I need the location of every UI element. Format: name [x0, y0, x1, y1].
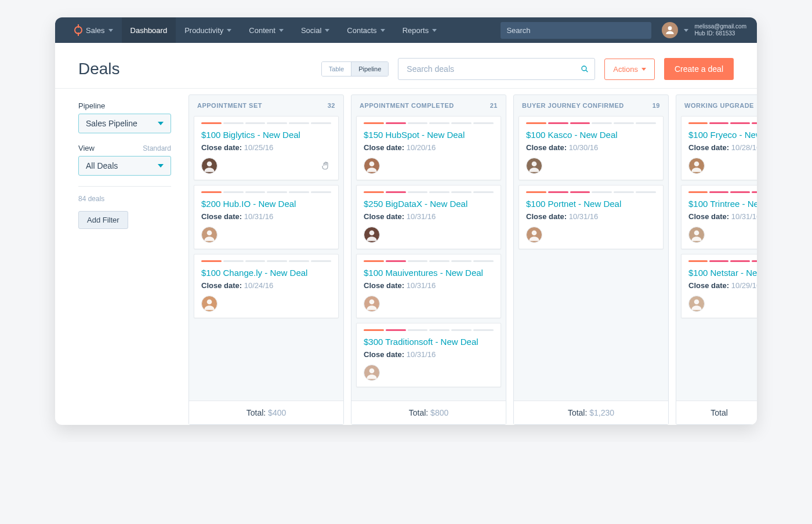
nav-social[interactable]: Social — [292, 17, 338, 43]
stage-progress — [201, 260, 331, 262]
svg-point-8 — [369, 299, 375, 304]
hubspot-sprocket-icon — [74, 26, 82, 34]
svg-point-9 — [369, 368, 375, 373]
deal-close-date: Close date: 10/31/16 — [201, 212, 331, 221]
svg-point-5 — [207, 299, 212, 304]
stage-bar — [289, 122, 309, 124]
pipeline-select[interactable]: Sales Pipeline — [78, 114, 171, 133]
stage-bar — [451, 329, 472, 331]
column-title: APPOINTMENT SET — [197, 102, 262, 109]
add-filter-button[interactable]: Add Filter — [78, 211, 128, 229]
view-select[interactable]: All Deals — [78, 156, 171, 176]
column-header: WORKING UPGRADE — [676, 95, 757, 116]
deal-card[interactable]: $100 Change.ly - New DealClose date: 10/… — [194, 254, 339, 318]
stage-bar — [311, 122, 331, 124]
deal-card[interactable]: $100 Portnet - New DealClose date: 10/31… — [519, 185, 664, 249]
card-footer — [364, 158, 494, 174]
nav-label: Dashboard — [130, 26, 168, 35]
card-footer — [201, 296, 331, 312]
deal-close-date: Close date: 10/31/16 — [526, 212, 656, 221]
owner-avatar — [364, 365, 380, 381]
deal-card[interactable]: $100 Fryeco - New DealClose date: 10/28/… — [681, 116, 757, 180]
column-count: 21 — [490, 102, 498, 109]
column-title: WORKING UPGRADE — [684, 102, 754, 109]
stage-bar — [311, 260, 331, 262]
stage-bar — [245, 260, 266, 262]
svg-point-1 — [582, 66, 586, 71]
nav-dashboard[interactable]: Dashboard — [122, 17, 176, 43]
deal-title: $100 Trintree - New Deal — [688, 199, 757, 209]
global-search-input[interactable] — [501, 22, 651, 39]
stage-bar — [688, 191, 708, 193]
stage-bar — [548, 191, 568, 193]
page-header: Deals Table Pipeline Actions Create a de… — [55, 43, 757, 89]
account-email: melissa@gmail.com — [694, 23, 746, 30]
stage-bar — [526, 191, 546, 193]
filters-sidebar: Pipeline Sales Pipeline View Standard Al… — [55, 89, 188, 425]
stage-progress — [364, 329, 494, 331]
stage-progress — [364, 191, 494, 193]
card-footer — [364, 365, 494, 381]
view-pipeline-button[interactable]: Pipeline — [351, 62, 388, 76]
chevron-down-icon — [380, 29, 385, 32]
owner-avatar — [688, 296, 705, 312]
stage-bar — [473, 260, 494, 262]
nav-label: Social — [301, 26, 321, 35]
stage-bar — [592, 122, 612, 124]
stage-bar — [289, 260, 309, 262]
owner-avatar — [364, 158, 380, 174]
nav-contacts[interactable]: Contacts — [338, 17, 393, 43]
create-deal-button[interactable]: Create a deal — [664, 58, 734, 80]
stage-bar — [386, 191, 406, 193]
brand-label: Sales — [86, 26, 105, 35]
owner-avatar — [364, 296, 380, 312]
deal-card[interactable]: $200 Hub.IO - New DealClose date: 10/31/… — [194, 185, 339, 249]
svg-point-14 — [694, 299, 699, 304]
nav-brand[interactable]: Sales — [66, 17, 122, 43]
stage-bar — [386, 329, 406, 331]
deal-title: $100 Kasco - New Deal — [526, 130, 656, 140]
svg-point-3 — [207, 161, 212, 166]
chevron-down-icon — [325, 29, 329, 32]
deal-card[interactable]: $250 BigDataX - New DealClose date: 10/3… — [356, 185, 501, 249]
column-cards: $150 HubSpot - New DealClose date: 10/20… — [351, 116, 506, 401]
column-total: Total: $1,230 — [514, 401, 668, 424]
deal-card[interactable]: $100 Biglytics - New DealClose date: 10/… — [194, 116, 339, 180]
stage-bar — [614, 191, 634, 193]
deal-card[interactable]: $100 Trintree - New DealClose date: 10/3… — [681, 185, 757, 249]
deal-close-date: Close date: 10/30/16 — [526, 143, 656, 152]
svg-point-12 — [694, 161, 699, 166]
stage-bar — [730, 260, 749, 262]
view-table-button[interactable]: Table — [322, 62, 351, 76]
stage-bar — [752, 260, 757, 262]
deal-card[interactable]: $150 HubSpot - New DealClose date: 10/20… — [356, 116, 501, 180]
stage-bar — [289, 191, 309, 193]
grab-cursor-icon — [321, 161, 331, 171]
nav-productivity[interactable]: Productivity — [176, 17, 240, 43]
column-count: 32 — [328, 102, 335, 109]
svg-point-4 — [207, 230, 212, 235]
deal-close-date: Close date: 10/31/16 — [364, 212, 494, 221]
nav-reports[interactable]: Reports — [394, 17, 446, 43]
chevron-down-icon — [158, 122, 164, 125]
column-cards: $100 Fryeco - New DealClose date: 10/28/… — [676, 116, 757, 401]
deal-card[interactable]: $100 Mauiventures - New DealClose date: … — [356, 254, 501, 318]
stage-bar — [451, 260, 472, 262]
deal-card[interactable]: $100 Netstar - New DealClose date: 10/29… — [681, 254, 757, 318]
stage-bar — [408, 260, 428, 262]
stage-bar — [526, 122, 546, 124]
deals-search — [398, 58, 595, 80]
nav-label: Contacts — [347, 26, 376, 35]
deal-card[interactable]: $100 Kasco - New DealClose date: 10/30/1… — [519, 116, 664, 180]
actions-label: Actions — [613, 65, 638, 74]
deal-title: $100 Portnet - New Deal — [526, 199, 656, 209]
actions-button[interactable]: Actions — [604, 59, 655, 80]
deal-card[interactable]: $300 Traditionsoft - New DealClose date:… — [356, 323, 501, 387]
column-total: Total: $800 — [351, 401, 506, 424]
chevron-down-icon — [108, 29, 113, 32]
nav-content[interactable]: Content — [240, 17, 292, 43]
account-menu[interactable]: melissa@gmail.com Hub ID: 681533 — [662, 22, 746, 38]
card-footer — [526, 158, 656, 174]
deals-search-input[interactable] — [398, 58, 595, 80]
stage-bar — [730, 191, 749, 193]
